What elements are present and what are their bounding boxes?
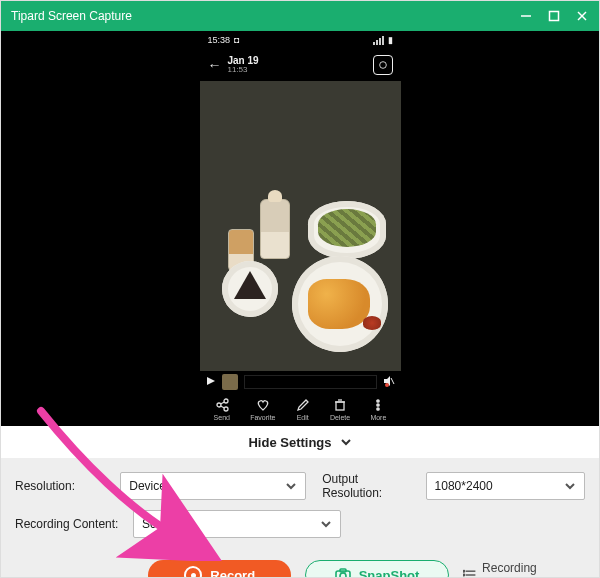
maximize-button[interactable] <box>547 9 561 23</box>
more-button[interactable]: More <box>370 398 386 421</box>
drink-glass-tall <box>260 199 290 259</box>
svg-point-16 <box>377 400 379 402</box>
record-button[interactable]: Record <box>148 560 291 578</box>
record-button-label: Record <box>210 568 255 579</box>
recording-history-label: Recording history <box>482 561 571 578</box>
edit-button[interactable]: Edit <box>296 398 310 421</box>
output-resolution-select[interactable]: 1080*2400 <box>426 472 585 500</box>
svg-point-17 <box>377 404 379 406</box>
salad <box>318 209 376 247</box>
delete-button[interactable]: Delete <box>330 398 350 421</box>
chevron-down-icon <box>285 480 297 492</box>
resolution-label: Resolution: <box>15 479 112 493</box>
cake-slice <box>234 271 266 299</box>
app-window: Tipard Screen Capture 15:38 ◘ ▮ ← <box>0 0 600 578</box>
lens-icon[interactable] <box>373 55 393 75</box>
svg-rect-13 <box>336 402 344 410</box>
volume-icon[interactable] <box>383 375 395 389</box>
window-controls <box>519 9 589 23</box>
list-icon <box>463 568 476 578</box>
svg-point-18 <box>377 408 379 410</box>
favorite-button[interactable]: Favorite <box>250 398 275 421</box>
svg-point-20 <box>340 573 346 578</box>
snapshot-button-label: SnapShot <box>359 568 420 579</box>
svg-marker-5 <box>207 377 215 385</box>
back-icon[interactable]: ← <box>208 57 222 73</box>
snapshot-button[interactable]: SnapShot <box>305 560 448 578</box>
close-button[interactable] <box>575 9 589 23</box>
phone-gallery-topbar: ← Jan 19 11:53 <box>200 49 401 81</box>
thumbnail[interactable] <box>222 374 238 390</box>
resolution-select[interactable]: Device <box>120 472 306 500</box>
recording-content-select[interactable]: Screen <box>133 510 341 538</box>
output-resolution-value: 1080*2400 <box>435 479 493 493</box>
window-title: Tipard Screen Capture <box>11 9 132 23</box>
svg-point-4 <box>379 62 386 69</box>
phone-notification-icon: ◘ <box>234 35 239 45</box>
battery-icon: ▮ <box>388 35 393 45</box>
svg-point-25 <box>463 570 465 572</box>
photo-time: 11:53 <box>228 66 259 75</box>
send-button[interactable]: Send <box>214 398 230 421</box>
title-bar: Tipard Screen Capture <box>1 1 599 31</box>
phone-clock: 15:38 <box>208 35 231 45</box>
hide-settings-toggle[interactable]: Hide Settings <box>1 426 599 458</box>
svg-line-12 <box>220 406 224 408</box>
scrub-bar[interactable] <box>244 375 377 389</box>
phone-mirror: 15:38 ◘ ▮ ← Jan 19 11:53 <box>200 31 401 426</box>
photo-viewport[interactable] <box>200 81 401 371</box>
chevron-down-icon <box>320 518 332 530</box>
resolution-value: Device <box>129 479 166 493</box>
minimize-button[interactable] <box>519 9 533 23</box>
footer-bar: Record SnapShot Recording history <box>15 548 585 578</box>
svg-rect-1 <box>550 12 559 21</box>
recording-history-link[interactable]: Recording history <box>463 561 571 578</box>
phone-action-toolbar: Send Favorite Edit Delete More <box>200 393 401 426</box>
recording-content-value: Screen <box>142 517 180 531</box>
phone-status-bar: 15:38 ◘ ▮ <box>200 31 401 49</box>
settings-panel: Resolution: Device Output Resolution: 10… <box>1 458 599 578</box>
signal-icon <box>373 36 384 45</box>
svg-line-7 <box>391 378 394 384</box>
device-preview-area: 15:38 ◘ ▮ ← Jan 19 11:53 <box>1 31 599 426</box>
chevron-down-icon <box>564 480 576 492</box>
chevron-down-icon <box>340 436 352 448</box>
recording-content-label: Recording Content: <box>15 517 125 531</box>
hide-settings-label: Hide Settings <box>248 435 331 450</box>
fries <box>308 279 370 329</box>
thumbnail-strip <box>200 371 401 393</box>
svg-line-11 <box>220 402 224 404</box>
play-icon[interactable] <box>206 376 216 388</box>
output-resolution-label: Output Resolution: <box>322 472 417 500</box>
record-icon <box>184 566 202 578</box>
sauce-cup <box>363 316 381 330</box>
camera-icon <box>335 567 351 578</box>
svg-point-26 <box>463 574 465 576</box>
